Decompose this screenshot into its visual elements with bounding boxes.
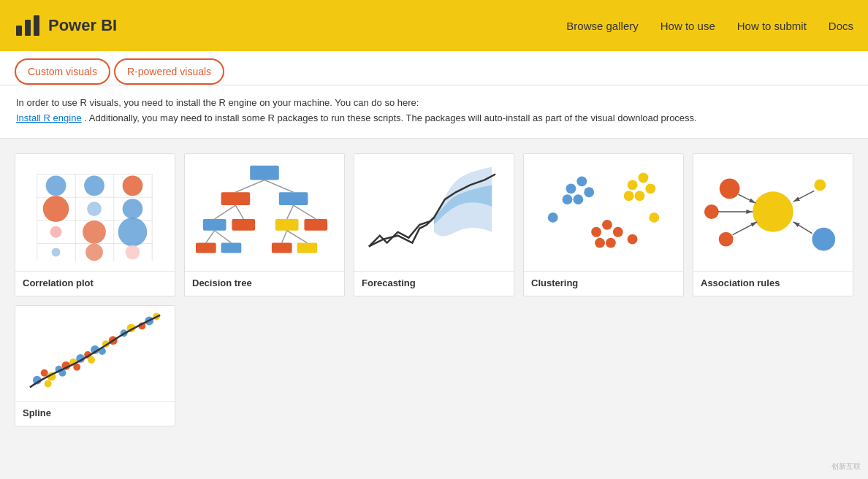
svg-point-67 — [704, 204, 719, 219]
svg-rect-0 — [16, 26, 22, 36]
how-to-submit-link[interactable]: How to submit — [737, 20, 807, 32]
card-image-spline — [15, 306, 175, 401]
svg-line-69 — [793, 191, 815, 202]
svg-rect-1 — [25, 20, 31, 36]
card-image-decision-tree — [185, 154, 344, 271]
svg-point-55 — [602, 220, 612, 230]
svg-line-36 — [215, 205, 236, 219]
svg-point-52 — [635, 191, 645, 201]
svg-point-75 — [41, 369, 48, 377]
tab-r-powered-visuals[interactable]: R-powered visuals — [114, 58, 224, 85]
card-label-spline: Spline — [15, 401, 175, 426]
svg-rect-25 — [279, 192, 308, 205]
svg-rect-23 — [250, 166, 279, 180]
description-area: In order to use R visuals, you need to i… — [0, 85, 868, 139]
card-label-correlation-plot: Correlation plot — [15, 271, 175, 296]
svg-point-47 — [573, 194, 583, 204]
powerbi-logo-icon — [15, 12, 41, 39]
svg-point-17 — [50, 226, 62, 238]
svg-point-16 — [123, 199, 143, 219]
card-image-association-rules — [693, 154, 853, 271]
svg-point-48 — [563, 194, 573, 204]
svg-rect-2 — [34, 15, 39, 36]
svg-point-60 — [548, 212, 558, 223]
card-label-clustering: Clustering — [524, 271, 683, 296]
svg-line-34 — [235, 180, 264, 193]
svg-point-90 — [45, 380, 52, 388]
card-label-decision-tree: Decision tree — [185, 271, 344, 296]
svg-line-41 — [215, 231, 232, 243]
svg-point-93 — [88, 356, 95, 364]
card-label-forecasting: Forecasting — [354, 271, 514, 296]
header-nav: Browse gallery How to use How to submit … — [566, 20, 853, 32]
how-to-use-link[interactable]: How to use — [660, 20, 715, 32]
svg-rect-27 — [232, 219, 255, 231]
install-r-engine-link[interactable]: Install R engine — [16, 112, 82, 123]
svg-point-54 — [591, 227, 601, 237]
header: Power BI Browse gallery How to use How t… — [0, 0, 868, 51]
logo-area: Power BI — [15, 12, 566, 39]
svg-line-68 — [738, 194, 755, 203]
svg-point-50 — [639, 173, 649, 183]
gallery-grid-row1: Correlation plot — [15, 153, 853, 296]
svg-point-51 — [645, 183, 655, 193]
svg-point-61 — [628, 234, 638, 245]
svg-line-70 — [793, 222, 812, 234]
card-clustering[interactable]: Clustering — [523, 153, 684, 296]
browse-gallery-link[interactable]: Browse gallery — [566, 20, 638, 32]
svg-line-43 — [287, 231, 308, 243]
svg-point-46 — [584, 187, 594, 197]
svg-point-59 — [649, 212, 659, 223]
svg-point-15 — [87, 202, 102, 216]
svg-point-56 — [613, 227, 623, 237]
svg-point-11 — [46, 176, 66, 196]
card-image-correlation-plot — [15, 154, 175, 271]
svg-point-65 — [812, 228, 835, 251]
svg-rect-30 — [196, 243, 216, 253]
tab-custom-visuals[interactable]: Custom visuals — [15, 58, 110, 85]
svg-rect-24 — [221, 192, 251, 205]
svg-point-13 — [123, 176, 143, 196]
svg-line-38 — [287, 205, 294, 219]
card-forecasting[interactable]: Forecasting — [354, 153, 514, 296]
svg-point-66 — [719, 232, 734, 247]
svg-point-22 — [126, 245, 140, 260]
card-label-association-rules: Association rules — [693, 271, 853, 296]
svg-rect-26 — [203, 219, 226, 231]
description-text1: In order to use R visuals, you need to i… — [16, 97, 419, 108]
card-spline[interactable]: Spline — [15, 305, 175, 426]
svg-point-45 — [576, 177, 587, 187]
svg-point-18 — [83, 221, 106, 244]
svg-rect-31 — [221, 243, 242, 253]
svg-line-35 — [264, 180, 294, 193]
gallery-grid-row2: Spline — [15, 305, 853, 426]
gallery-area: Correlation plot — [0, 139, 868, 441]
svg-point-49 — [628, 180, 638, 191]
svg-point-58 — [595, 238, 605, 248]
svg-point-20 — [52, 248, 61, 257]
svg-point-12 — [84, 176, 104, 196]
svg-point-53 — [624, 191, 634, 201]
card-image-forecasting — [354, 154, 514, 271]
svg-point-62 — [753, 191, 793, 231]
svg-point-63 — [720, 179, 740, 199]
svg-rect-29 — [304, 219, 327, 231]
svg-point-19 — [118, 218, 148, 247]
svg-rect-28 — [275, 219, 299, 231]
svg-rect-33 — [297, 243, 318, 253]
svg-point-21 — [85, 244, 103, 261]
svg-line-37 — [235, 205, 243, 219]
card-decision-tree[interactable]: Decision tree — [184, 153, 345, 296]
svg-point-64 — [814, 180, 826, 191]
tabs-area: Custom visuals R-powered visuals — [0, 51, 868, 85]
svg-point-44 — [566, 183, 576, 193]
svg-line-39 — [294, 205, 316, 219]
card-image-clustering — [524, 154, 683, 271]
card-association-rules[interactable]: Association rules — [693, 153, 853, 296]
logo-text: Power BI — [48, 16, 117, 35]
card-correlation-plot[interactable]: Correlation plot — [15, 153, 175, 296]
svg-line-42 — [282, 231, 287, 243]
svg-line-40 — [206, 231, 215, 243]
svg-point-14 — [43, 196, 69, 222]
docs-link[interactable]: Docs — [829, 20, 853, 32]
